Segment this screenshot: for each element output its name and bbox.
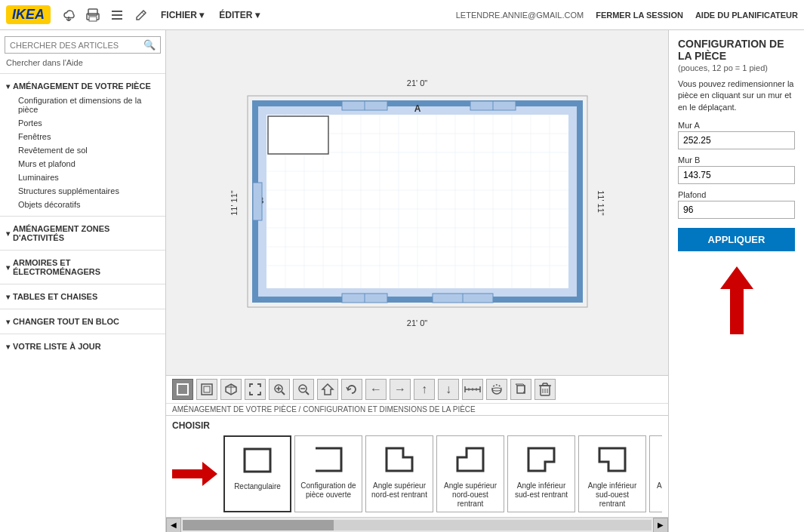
shape-open-label: Configuration de pièce ouverte [298,481,359,500]
room-svg: A B [244,92,591,311]
sidebar-section-zones: ▾ AMÉNAGEMENT ZONES D'ACTIVITÉS [0,218,165,248]
search-bar[interactable]: 🔍 [5,36,161,54]
dim-top: 21' 0" [407,78,427,88]
shape-so-label: Angle inférieur sud-ouest rentrant [582,481,642,509]
collapse-arrow-3: ▾ [6,263,10,272]
svg-rect-1 [88,9,97,15]
sidebar-liste-label: VOTRE LISTE À JOUR [13,342,101,351]
shape-no-svg [451,441,489,478]
arrow-up-button[interactable]: ↑ [414,379,435,400]
wall-b-input[interactable] [678,166,795,184]
svg-rect-76 [245,449,270,472]
sidebar-divider-3 [0,250,165,251]
sidebar-section-changer-header[interactable]: ▾ CHANGER TOUT EN BLOC [6,314,159,329]
sidebar-section-armoires-header[interactable]: ▾ ARMOIRES ET ÉLECTROMÉNAGERS [6,255,159,279]
shape-so-rentrant[interactable]: Angle inférieur sud-ouest rentrant [578,435,646,512]
svg-rect-46 [177,384,188,395]
sidebar-item-objets[interactable]: Objets décoratifs [6,198,159,211]
dim-left: 11' 11" [229,190,238,216]
shape-so-svg [593,441,631,478]
shape-no-rentrant[interactable]: Angle supérieur nord-ouest rentrant [436,435,504,512]
sidebar-divider-2 [0,216,165,217]
scroll-track[interactable] [183,520,652,530]
collapse-arrow-5: ▾ [6,318,10,326]
select-tool-button[interactable] [172,379,193,400]
scroll-right-arrow[interactable]: ▶ [653,518,668,533]
sidebar-item-murs[interactable]: Murs et plafond [6,157,159,171]
scroll-left-arrow[interactable]: ◀ [166,518,181,533]
zoom-in-button[interactable] [269,379,290,400]
delete-button[interactable] [534,379,556,400]
rotate-3d-button[interactable] [486,379,507,400]
shape-se-label: Angle inférieur sud-est rentrant [511,481,571,500]
scroll-thumb[interactable] [183,520,334,530]
sidebar: 🔍 Chercher dans l'Aide ▾ AMÉNAGEMENT DE … [0,30,166,532]
arrow-right-button[interactable]: → [390,379,411,400]
shape-open-config[interactable]: Configuration de pièce ouverte [294,435,362,512]
ceiling-input[interactable] [678,201,795,219]
canvas-wrapper[interactable]: 21' 0" 21' 0" 11' 11" 11' 11" [166,30,668,375]
wall-a-label: Mur A [678,121,795,130]
shape-ne-rentrant[interactable]: Angle supérieur nord-est rentrant [365,435,433,512]
bottom-scrollbar[interactable]: ◀ ▶ [166,517,668,532]
3d-view-button[interactable] [220,379,242,400]
box-3d-button[interactable] [510,379,531,400]
shape-se-rentrant[interactable]: Angle inférieur sud-est rentrant [507,435,575,512]
sidebar-help-link[interactable]: Chercher dans l'Aide [0,57,165,72]
sidebar-item-luminaires[interactable]: Luminaires [6,171,159,184]
pencil-icon[interactable] [132,6,150,24]
sidebar-item-config[interactable]: Configuration et dimensions de la pièce [6,94,159,116]
ikea-logo: IKEA [6,5,51,24]
shape-n-partial[interactable]: Angle s nord-es [649,435,662,512]
logout-button[interactable]: FERMER LA SESSION [596,11,683,20]
toolbar: ← → ↑ ↓ [166,375,668,403]
panel-subtitle: (pouces, 12 po = 1 pied) [678,63,795,72]
print-icon[interactable] [84,6,102,24]
shape-rectangular-label: Rectangulaire [234,482,281,491]
sidebar-section-liste-header[interactable]: ▾ VOTRE LISTE À JOUR [6,339,159,354]
sidebar-armoires-label: ARMOIRES ET ÉLECTROMÉNAGERS [13,258,159,276]
svg-rect-41 [268,116,328,154]
wall-a-input[interactable] [678,131,795,149]
sidebar-section-liste: ▾ VOTRE LISTE À JOUR [0,336,165,357]
room-shapes: Rectangulaire Configuration de pièce ouv… [223,435,662,512]
apply-button[interactable]: APPLIQUER [678,228,795,251]
svg-text:A: A [414,103,420,114]
svg-point-64 [492,388,501,391]
arrow-left-button[interactable]: ← [365,379,387,400]
sidebar-section-tables: ▾ TABLES ET CHAISES [0,286,165,307]
search-icon[interactable]: 🔍 [143,39,156,51]
arrow-up-shaft [730,289,744,334]
breadcrumb: AMÉNAGEMENT DE VOTRE PIÈCE / CONFIGURATI… [166,403,668,415]
sidebar-section-tables-header[interactable]: ▾ TABLES ET CHAISES [6,289,159,304]
sidebar-section-zones-header[interactable]: ▾ AMÉNAGEMENT ZONES D'ACTIVITÉS [6,221,159,245]
undo-button[interactable] [341,379,362,400]
measure-button[interactable] [462,379,483,400]
arrow-down-button[interactable]: ↓ [438,379,459,400]
sidebar-item-portes[interactable]: Portes [6,116,159,130]
zoom-out-button[interactable] [293,379,314,400]
search-input[interactable] [10,41,143,50]
help-button[interactable]: AIDE DU PLANIFICATEUR [695,11,798,20]
fit-zoom-button[interactable] [245,379,266,400]
shape-rectangular-svg [239,441,276,479]
list-icon[interactable] [108,6,126,24]
choose-title: CHOISIR [172,420,662,431]
sidebar-changer-label: CHANGER TOUT EN BLOC [13,317,119,326]
sidebar-zones-label: AMÉNAGEMENT ZONES D'ACTIVITÉS [13,224,159,242]
sidebar-item-revetement[interactable]: Revêtement de sol [6,143,159,157]
sidebar-section-amenagement-header[interactable]: ▾ AMÉNAGEMENT DE VOTRE PIÈCE [6,78,159,94]
editer-menu[interactable]: ÉDITER ▾ [214,7,263,23]
svg-line-7 [142,12,144,14]
shape-row-wrapper: Rectangulaire Configuration de pièce ouv… [172,435,662,512]
arrow-up-head [720,266,753,289]
sidebar-divider-5 [0,309,165,309]
2d-view-button[interactable] [196,379,217,400]
sidebar-item-structures[interactable]: Structures supplémentaires [6,184,159,198]
fichier-menu[interactable]: FICHIER ▾ [156,7,208,23]
sidebar-item-fenetres[interactable]: Fenêtres [6,130,159,143]
home-button[interactable] [317,379,338,400]
shape-rectangular[interactable]: Rectangulaire [223,435,291,512]
cloud-icon[interactable] [60,6,78,24]
svg-rect-48 [204,386,210,392]
